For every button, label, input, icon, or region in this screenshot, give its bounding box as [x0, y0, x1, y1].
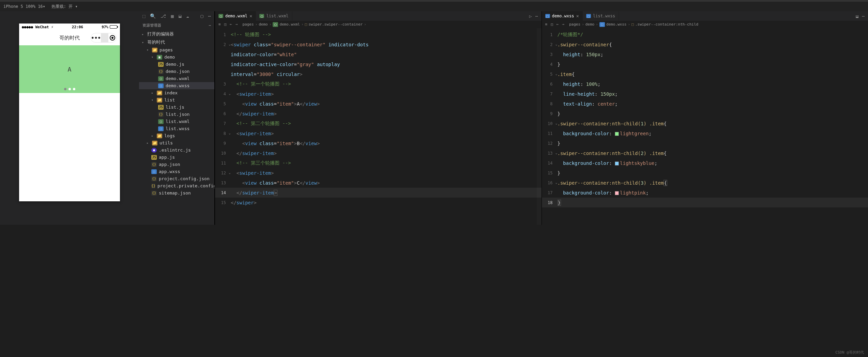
terminal-icon[interactable]: ▢: [200, 13, 203, 19]
capsule-close-icon[interactable]: [108, 33, 116, 42]
tab-demo-wxml[interactable]: ▢demo.wxml×: [215, 11, 256, 21]
tabs-wxml: ▢demo.wxml× ▢list.wxml ▷⋯: [215, 11, 542, 21]
battery-icon: [110, 25, 117, 29]
file-app-js[interactable]: JSapp.js: [139, 154, 214, 161]
file-demo-json[interactable]: {}demo.json: [139, 68, 214, 75]
more-icon[interactable]: ⋯: [208, 13, 211, 19]
phone-navbar: 哥的时代 •••: [19, 30, 120, 45]
ext-icon[interactable]: ▦: [171, 13, 173, 19]
tab-list-wxss[interactable]: ⬚list.wxss: [583, 11, 619, 21]
folder-utils[interactable]: 📁utils: [139, 139, 214, 146]
folder-demo[interactable]: ▣demo: [139, 53, 214, 61]
explorer-more-icon[interactable]: ⋯: [209, 23, 211, 28]
capsule-menu-icon[interactable]: •••: [91, 33, 101, 42]
simulator-panel: ●●●●● WeChat ⚡ 22:06 97% 哥的时代 •••: [0, 11, 139, 225]
list-icon[interactable]: ≡: [545, 22, 548, 27]
more-icon[interactable]: ⋯: [535, 14, 538, 19]
file-sitemap[interactable]: {}sitemap.json: [139, 189, 214, 197]
code-editor-wxss[interactable]: 1/*轮播图*/ 2⌄.swiper--container{ 3 height:…: [542, 28, 868, 225]
phone-frame: ●●●●● WeChat ⚡ 22:06 97% 哥的时代 •••: [19, 24, 120, 201]
run-icon[interactable]: ▷: [529, 14, 532, 19]
section-project[interactable]: 哥的时代: [139, 38, 214, 46]
explorer-toolbar: ⬚ 🔍 ⎇ ▦ ⬓ ☁ ▢ ⋯: [139, 11, 214, 21]
breadcrumb-wxss[interactable]: ≡◫←→ pages› demo› ⬚demo.wxss› ⬚ .swiper-…: [542, 21, 868, 28]
list-icon[interactable]: ≡: [218, 22, 221, 27]
section-open-editors[interactable]: 打开的编辑器: [139, 30, 214, 38]
file-list-wxss[interactable]: ⬚list.wxss: [139, 125, 214, 132]
swiper-item-text: A: [68, 66, 72, 73]
folder-index[interactable]: 📁index: [139, 89, 214, 96]
split-icon[interactable]: ⬓: [856, 14, 858, 19]
swiper-preview[interactable]: A: [19, 45, 120, 93]
file-eslintrc[interactable]: ●.eslintrc.js: [139, 146, 214, 154]
bookmark-icon[interactable]: ◫: [551, 22, 553, 27]
tabs-wxss: ⬚demo.wxss× ⬚list.wxss ⬓⋯: [542, 11, 868, 21]
file-tree: 打开的编辑器 哥的时代 📁pages ▣demo JSdemo.js {}dem…: [139, 30, 214, 225]
branch-icon[interactable]: ⎇: [161, 13, 166, 19]
app-root: iPhone 5 100% 16▾ 热重载: 开 ▾ ●●●●● WeChat …: [0, 0, 868, 225]
back-icon[interactable]: ←: [230, 22, 232, 27]
file-list-js[interactable]: JSlist.js: [139, 104, 214, 111]
explorer-panel: ⬚ 🔍 ⎇ ▦ ⬓ ☁ ▢ ⋯ 资源管理器 ⋯ 打开的编辑器 哥的时代 📁pag…: [139, 11, 215, 225]
more-icon[interactable]: ⋯: [862, 14, 865, 19]
close-icon[interactable]: ×: [576, 13, 579, 19]
file-list-json[interactable]: {}list.json: [139, 111, 214, 118]
folder-list[interactable]: 📁list: [139, 96, 214, 104]
explorer-title-label: 资源管理器: [142, 23, 161, 28]
breadcrumb-wxml[interactable]: ≡◫←→ pages› demo› ▢demo.wxml› ⬚ swiper.s…: [215, 21, 542, 28]
file-app-wxss[interactable]: ⬚app.wxss: [139, 168, 214, 175]
indicator-dots: [64, 88, 75, 90]
hot-reload-toggle[interactable]: 热重载: 开 ▾: [51, 4, 78, 10]
panel-icon[interactable]: ⬚: [142, 13, 145, 19]
minimap[interactable]: [537, 28, 542, 225]
file-project-private[interactable]: {}project.private.config.json: [139, 182, 214, 189]
tab-list-wxml[interactable]: ▢list.wxml: [256, 11, 292, 21]
device-selector[interactable]: iPhone 5 100% 16▾: [3, 4, 45, 9]
folder-logs[interactable]: 📁logs: [139, 132, 214, 139]
back-icon[interactable]: ←: [557, 22, 559, 27]
bug-icon[interactable]: ⬓: [179, 13, 181, 19]
battery-percent: 97%: [102, 25, 108, 29]
fwd-icon[interactable]: →: [562, 22, 564, 27]
simulator-toolbar: iPhone 5 100% 16▾ 热重载: 开 ▾: [0, 2, 868, 11]
page-title: 哥的时代: [59, 35, 80, 41]
file-demo-wxss[interactable]: ⬚demo.wxss: [139, 82, 214, 89]
folder-pages[interactable]: 📁pages: [139, 46, 214, 53]
editor-group: ▢demo.wxml× ▢list.wxml ▷⋯ ≡◫←→ pages› de…: [215, 11, 868, 225]
editor-pane-wxss: ⬚demo.wxss× ⬚list.wxss ⬓⋯ ≡◫←→ pages› de…: [542, 11, 868, 225]
tab-demo-wxss[interactable]: ⬚demo.wxss×: [542, 11, 583, 21]
editor-pane-wxml: ▢demo.wxml× ▢list.wxml ▷⋯ ≡◫←→ pages› de…: [215, 11, 542, 225]
clock-label: 22:06: [72, 25, 83, 29]
file-demo-wxml[interactable]: ▢demo.wxml: [139, 75, 214, 82]
file-demo-js[interactable]: JSdemo.js: [139, 61, 214, 68]
code-editor-wxml[interactable]: 1<!-- 轮播图 --> 2⌄<swiper class="swiper--c…: [215, 28, 542, 225]
file-app-json[interactable]: {}app.json: [139, 161, 214, 168]
search-icon[interactable]: 🔍: [150, 13, 156, 19]
file-list-wxml[interactable]: ▢list.wxml: [139, 118, 214, 125]
explorer-header: 资源管理器 ⋯: [139, 21, 214, 30]
phone-statusbar: ●●●●● WeChat ⚡ 22:06 97%: [19, 24, 120, 30]
wechat-capsule[interactable]: •••: [91, 33, 117, 43]
close-icon[interactable]: ×: [249, 13, 252, 19]
bookmark-icon[interactable]: ◫: [224, 22, 227, 27]
cloud-icon[interactable]: ☁: [186, 13, 189, 19]
fwd-icon[interactable]: →: [235, 22, 238, 27]
carrier-label: ●●●●● WeChat ⚡: [22, 25, 54, 29]
file-project-config[interactable]: {}project.config.json: [139, 175, 214, 182]
